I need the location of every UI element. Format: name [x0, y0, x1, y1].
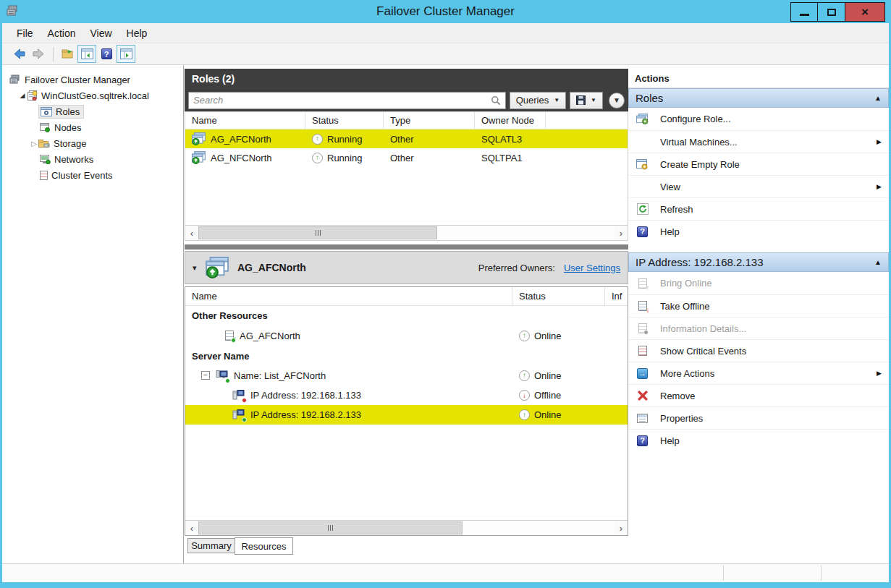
collapsed-caret-icon[interactable]: ▷	[30, 140, 38, 148]
action-pane-toggle-button[interactable]	[117, 45, 135, 63]
back-button[interactable]	[9, 45, 28, 63]
action-properties[interactable]: Properties	[628, 406, 889, 429]
export-list-button[interactable]	[58, 45, 77, 63]
menu-file[interactable]: File	[9, 25, 41, 42]
group-other-resources: Other Resources	[185, 306, 628, 325]
resources-horizontal-scrollbar[interactable]: ‹ ›	[185, 520, 628, 535]
close-button[interactable]: ×	[845, 2, 885, 22]
back-arrow-icon	[13, 48, 25, 59]
column-header-name[interactable]: Name	[185, 287, 512, 305]
pane-splitter[interactable]	[185, 244, 628, 250]
roles-icon	[41, 107, 52, 116]
resource-row-ip-1[interactable]: IP Address: 192.168.1.133 ↓ Offline	[185, 385, 628, 405]
action-label: Show Critical Events	[660, 346, 746, 357]
submenu-arrow-icon: ▶	[877, 138, 882, 145]
collapse-search-button[interactable]: ▼	[609, 93, 625, 108]
tree-item-networks[interactable]: Networks	[2, 151, 183, 167]
help-button[interactable]: ?	[97, 45, 116, 63]
tree-item-cluster[interactable]: ◢ WinClustGeo.sqltrek.local	[2, 88, 183, 103]
action-show-critical-events[interactable]: Show Critical Events	[628, 339, 889, 362]
tree-item-roles[interactable]: Roles	[2, 103, 183, 119]
console-tree: Failover Cluster Manager ◢ WinClustGeo.s…	[2, 65, 184, 563]
scrollbar-thumb[interactable]	[198, 226, 437, 239]
minimize-button[interactable]	[790, 2, 818, 22]
close-icon: ×	[861, 6, 869, 18]
scroll-right-arrow[interactable]: ›	[615, 226, 628, 240]
action-configure-role[interactable]: Configure Role...	[628, 108, 889, 130]
column-header-status[interactable]: Status	[512, 287, 605, 305]
window-title: Failover Cluster Manager	[0, 0, 891, 23]
action-take-offline[interactable]: ↓ Take Offline	[628, 294, 889, 317]
resource-row-list-afcnorth[interactable]: − Name: List_AFCNorth	[185, 365, 628, 385]
role-name: AG_NFCNorth	[211, 153, 272, 163]
title-bar[interactable]: Failover Cluster Manager ×	[0, 0, 891, 23]
dropdown-arrow-icon: ▼	[554, 97, 559, 103]
menu-help[interactable]: Help	[119, 25, 155, 42]
scrollbar-track[interactable]	[198, 521, 615, 535]
collapse-section-icon[interactable]: ▲	[874, 258, 882, 266]
selected-tree-item: Roles	[38, 105, 84, 119]
action-remove[interactable]: Remove	[628, 384, 889, 406]
scroll-left-arrow[interactable]: ‹	[185, 521, 198, 535]
role-status: Running	[327, 134, 362, 145]
scroll-left-arrow[interactable]: ‹	[185, 226, 198, 240]
scrollbar-track[interactable]	[198, 226, 615, 240]
column-header-name[interactable]: Name	[185, 112, 305, 129]
search-icon	[491, 95, 501, 106]
tree-item-storage[interactable]: ▷ Storage	[2, 135, 183, 151]
column-header-type[interactable]: Type	[384, 112, 475, 129]
action-bring-online: ↑ Bring Online	[628, 272, 889, 294]
resource-status: Online	[534, 409, 562, 420]
action-more-actions[interactable]: → More Actions ▶	[628, 362, 889, 384]
save-icon	[576, 95, 586, 105]
queries-dropdown-button[interactable]: Queries ▼	[510, 92, 566, 109]
help-icon: ?	[637, 226, 648, 237]
maximize-button[interactable]	[818, 2, 845, 22]
results-pane-title: Roles (2)	[185, 69, 628, 89]
console-tree-icon	[81, 48, 93, 59]
action-label: Help	[660, 435, 680, 446]
action-view[interactable]: View ▶	[628, 175, 889, 197]
column-header-owner-node[interactable]: Owner Node	[475, 112, 546, 129]
collapse-row-button[interactable]: −	[201, 371, 210, 380]
tree-item-label: Failover Cluster Manager	[25, 74, 130, 85]
role-icon	[192, 151, 206, 164]
ip-address-icon	[232, 409, 245, 420]
ip-address-section-header[interactable]: IP Address: 192.168.2.133 ▲	[628, 252, 889, 272]
collapse-detail-icon[interactable]: ▾	[193, 263, 206, 273]
role-row-ag-nfcnorth[interactable]: AG_NFCNorth ↑Running Other SQLTPA1	[185, 148, 628, 167]
roles-section-header[interactable]: Roles ▲	[628, 88, 889, 108]
action-label: View	[660, 182, 680, 192]
forward-button[interactable]	[29, 45, 48, 63]
console-tree-toggle-button[interactable]	[77, 45, 96, 63]
column-header-status[interactable]: Status	[305, 112, 384, 129]
scrollbar-thumb[interactable]	[198, 521, 463, 534]
resource-row-ag-afcnorth[interactable]: ✓ AG_AFCNorth ↑ Online	[185, 325, 628, 346]
action-virtual-machines[interactable]: Virtual Machines... ▶	[628, 130, 889, 153]
column-header-information[interactable]: Inf	[605, 287, 628, 305]
resource-status: Online	[534, 370, 562, 381]
action-help[interactable]: ? Help	[628, 220, 889, 242]
tab-resources[interactable]: Resources	[235, 537, 293, 555]
tree-item-root[interactable]: Failover Cluster Manager	[2, 72, 183, 88]
action-help[interactable]: ? Help	[628, 429, 889, 451]
menu-action[interactable]: Action	[41, 25, 83, 42]
resource-row-ip-2[interactable]: IP Address: 192.168.2.133 ↑ Online	[185, 405, 628, 425]
tree-item-nodes[interactable]: Nodes	[2, 119, 183, 135]
collapse-section-icon[interactable]: ▲	[874, 94, 882, 102]
roles-horizontal-scrollbar[interactable]: ‹ ›	[185, 225, 628, 240]
role-type: Other	[390, 134, 414, 145]
save-query-split-button[interactable]: ▼	[570, 92, 603, 109]
action-refresh[interactable]: Refresh	[628, 197, 889, 220]
expanded-caret-icon[interactable]: ◢	[18, 92, 27, 99]
user-settings-link[interactable]: User Settings	[564, 263, 620, 273]
action-create-empty-role[interactable]: Create Empty Role	[628, 153, 889, 175]
tree-item-cluster-events[interactable]: Cluster Events	[2, 167, 183, 183]
role-row-ag-afcnorth[interactable]: AG_AFCNorth ↑Running Other SQLATL3	[185, 129, 628, 148]
menu-view[interactable]: View	[83, 25, 119, 42]
tab-summary[interactable]: Summary	[187, 538, 235, 553]
action-information-details: Information Details...	[628, 317, 889, 339]
action-label: Create Empty Role	[660, 159, 740, 170]
scroll-right-arrow[interactable]: ›	[615, 521, 628, 535]
search-input[interactable]	[193, 95, 491, 106]
